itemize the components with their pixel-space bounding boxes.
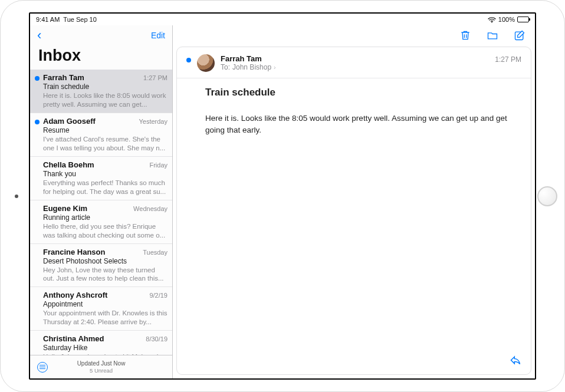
mail-subject: Running article — [43, 213, 167, 222]
footer-unread-count: 5 Unread — [77, 367, 126, 374]
mail-sender: Adam Gooseff — [43, 117, 96, 126]
mail-app: ‹ Edit Inbox Farrah Tam1:27 PMTrain sche… — [30, 25, 535, 378]
sender-avatar[interactable] — [197, 54, 215, 72]
compose-icon[interactable] — [514, 29, 525, 41]
svg-point-0 — [491, 21, 492, 22]
mail-subject: Train schedule — [43, 83, 167, 91]
to-label: To: — [221, 63, 230, 71]
screen: 9:41 AM Tue Sep 10 100% ‹ Edit In — [29, 12, 536, 380]
unread-dot-icon — [35, 120, 40, 124]
mailbox-title: Inbox — [30, 45, 172, 70]
footer-updated: Updated Just Now — [77, 360, 126, 367]
message-body: Here it is. Looks like the 8:05 would wo… — [177, 101, 531, 136]
chevron-right-icon[interactable]: › — [274, 64, 276, 71]
home-button[interactable] — [537, 186, 557, 206]
mail-sender: Farrah Tam — [43, 73, 84, 82]
mail-item[interactable]: Adam GooseffYesterdayResumeI've attached… — [30, 113, 172, 157]
mail-preview: Here it is. Looks like the 8:05 would wo… — [43, 91, 167, 109]
ipad-frame: 9:41 AM Tue Sep 10 100% ‹ Edit In — [0, 0, 565, 392]
edit-button[interactable]: Edit — [151, 31, 165, 40]
mail-time: Friday — [149, 162, 167, 169]
reply-icon[interactable] — [510, 354, 521, 368]
mail-time: Yesterday — [139, 118, 167, 125]
status-time: 9:41 AM — [36, 16, 60, 23]
mail-subject: Saturday Hike — [43, 344, 167, 352]
mail-item[interactable]: Francine HansonTuesdayDesert Photoshoot … — [30, 244, 172, 288]
mail-sender: Chella Boehm — [43, 160, 94, 169]
message-subject: Train schedule — [177, 78, 531, 101]
mail-preview: Everything was perfect! Thanks so much f… — [43, 179, 167, 196]
mail-item[interactable]: Farrah Tam1:27 PMTrain scheduleHere it i… — [30, 70, 172, 113]
mail-time: 1:27 PM — [143, 74, 167, 81]
mail-subject: Thank you — [43, 170, 167, 178]
front-camera — [15, 195, 18, 198]
trash-icon[interactable] — [459, 29, 471, 41]
battery-percent: 100% — [498, 16, 515, 23]
mail-subject: Resume — [43, 126, 167, 134]
mail-preview: Your appointment with Dr. Knowles is thi… — [43, 309, 167, 327]
mail-sender: Eugene Kim — [43, 204, 87, 213]
mail-sender: Francine Hanson — [43, 248, 105, 256]
mail-item[interactable]: Anthony Ashcroft9/2/19AppointmentYour ap… — [30, 287, 172, 331]
message-time: 1:27 PM — [495, 55, 521, 64]
mail-sender: Anthony Ashcroft — [43, 291, 107, 299]
mail-preview: I've attached Carol's resume. She's the … — [43, 135, 167, 153]
status-bar: 9:41 AM Tue Sep 10 100% — [30, 14, 535, 25]
mail-item[interactable]: Christina Ahmed8/30/19Saturday HikeHello… — [30, 331, 172, 355]
message-from: Farrah Tam — [221, 54, 495, 63]
message-header[interactable]: Farrah Tam To: John Bishop › 1:27 PM — [177, 47, 531, 78]
sidebar-footer: Updated Just Now 5 Unread — [30, 355, 172, 378]
unread-dot-icon — [35, 76, 40, 81]
mail-item[interactable]: Chella BoehmFridayThank youEverything wa… — [30, 157, 172, 200]
mail-time: Tuesday — [143, 249, 167, 256]
mail-preview: Hello there, did you see this? Enrique w… — [43, 222, 167, 240]
move-folder-icon[interactable] — [487, 29, 498, 41]
message-toolbar — [173, 25, 535, 45]
status-date: Tue Sep 10 — [63, 16, 96, 23]
wifi-icon — [488, 17, 496, 23]
mail-item[interactable]: Eugene KimWednesdayRunning articleHello … — [30, 200, 172, 244]
mailbox-sidebar: ‹ Edit Inbox Farrah Tam1:27 PMTrain sche… — [30, 25, 173, 378]
back-button[interactable]: ‹ — [37, 28, 41, 43]
mail-subject: Desert Photoshoot Selects — [43, 257, 167, 265]
mail-time: 8/30/19 — [146, 335, 167, 342]
message-card: Farrah Tam To: John Bishop › 1:27 PM Tra… — [176, 47, 531, 375]
message-pane: Farrah Tam To: John Bishop › 1:27 PM Tra… — [173, 25, 535, 378]
mail-preview: Hey John, Love the way these turned out.… — [43, 266, 167, 284]
battery-icon — [517, 17, 529, 22]
mail-time: 9/2/19 — [149, 292, 167, 299]
mail-sender: Christina Ahmed — [43, 334, 104, 343]
unread-dot-icon — [186, 58, 191, 62]
filter-icon[interactable] — [37, 362, 48, 373]
message-to: John Bishop — [232, 63, 271, 71]
mail-time: Wednesday — [133, 205, 167, 212]
mail-list[interactable]: Farrah Tam1:27 PMTrain scheduleHere it i… — [30, 70, 172, 355]
mail-subject: Appointment — [43, 300, 167, 308]
